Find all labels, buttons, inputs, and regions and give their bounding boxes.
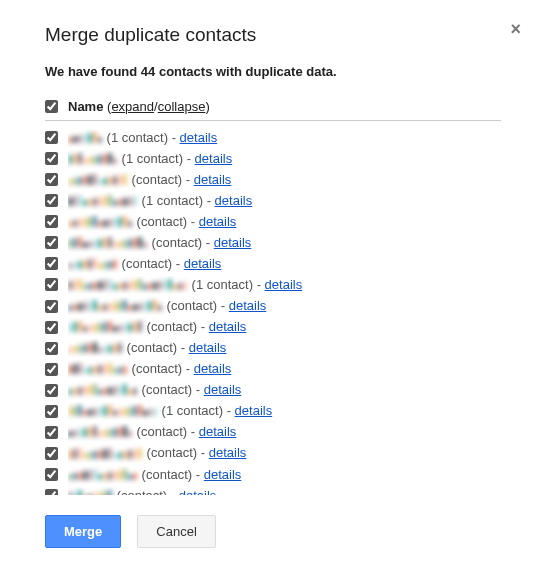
contact-suffix: (1 contact) - [188,277,265,292]
dialog-footer: Merge Cancel [45,511,501,548]
redacted-name [68,172,128,189]
contact-suffix: (contact) - [128,361,194,376]
select-all-checkbox[interactable] [45,100,58,113]
redacted-name [68,298,163,315]
contact-checkbox[interactable] [45,426,58,439]
contact-checkbox[interactable] [45,215,58,228]
details-link[interactable]: details [265,277,303,292]
merge-button[interactable]: Merge [45,515,121,548]
redacted-name [68,340,123,357]
contact-checkbox[interactable] [45,173,58,186]
details-link[interactable]: details [195,151,233,166]
contact-suffix: (contact) - [133,214,199,229]
name-column-label: Name [68,99,103,114]
contact-content: (contact) - details [68,466,497,484]
details-link[interactable]: details [204,467,242,482]
redacted-name [68,361,128,378]
contact-checkbox[interactable] [45,131,58,144]
contact-row: (contact) - details [45,485,497,495]
expand-link[interactable]: expand [111,99,154,114]
contact-content: (contact) - details [68,423,497,441]
contact-suffix: (1 contact) - [138,193,215,208]
contact-content: (contact) - details [68,381,497,399]
contact-checkbox[interactable] [45,257,58,270]
contact-row: (1 contact) - details [45,274,497,295]
contact-suffix: (contact) - [163,298,229,313]
redacted-name [68,403,158,420]
contact-content: (1 contact) - details [68,150,497,168]
details-link[interactable]: details [194,361,232,376]
redacted-name [68,319,143,336]
details-link[interactable]: details [199,424,237,439]
redacted-name [68,193,138,210]
contact-suffix: (contact) - [148,235,214,250]
close-icon[interactable]: × [510,20,521,38]
contact-checkbox[interactable] [45,363,58,376]
contact-content: (1 contact) - details [68,129,497,147]
cancel-button[interactable]: Cancel [137,515,215,548]
contact-suffix: (contact) - [128,172,194,187]
details-link[interactable]: details [180,130,218,145]
contact-row: (contact) - details [45,211,497,232]
contact-content: (contact) - details [68,213,497,231]
details-link[interactable]: details [215,193,253,208]
contact-checkbox[interactable] [45,152,58,165]
contact-row: (contact) - details [45,380,497,401]
collapse-link[interactable]: collapse [158,99,206,114]
contact-suffix: (1 contact) - [103,130,180,145]
details-link[interactable]: details [235,403,273,418]
details-link[interactable]: details [189,340,227,355]
contact-row: (1 contact) - details [45,401,497,422]
list-header: Name (expand/collapse) [45,99,501,121]
redacted-name [68,151,118,168]
details-link[interactable]: details [199,214,237,229]
contacts-list[interactable]: (1 contact) - details (1 contact) - deta… [45,127,501,495]
redacted-name [68,277,188,294]
contact-checkbox[interactable] [45,405,58,418]
contact-suffix: (1 contact) - [158,403,235,418]
redacted-name [68,130,103,147]
contact-row: (contact) - details [45,464,497,485]
contact-suffix: (contact) - [143,319,209,334]
details-link[interactable]: details [204,382,242,397]
redacted-name [68,256,118,273]
contact-checkbox[interactable] [45,194,58,207]
contact-suffix: (contact) - [143,445,209,460]
contact-row: (contact) - details [45,443,497,464]
redacted-name [68,467,138,484]
contact-content: (contact) - details [68,360,497,378]
contact-checkbox[interactable] [45,342,58,355]
contact-checkbox[interactable] [45,468,58,481]
contact-checkbox[interactable] [45,384,58,397]
contact-suffix: (contact) - [113,488,179,495]
merge-duplicates-dialog: × Merge duplicate contacts We have found… [0,0,541,586]
details-link[interactable]: details [209,445,247,460]
details-link[interactable]: details [194,172,232,187]
contact-content: (contact) - details [68,444,497,462]
contact-checkbox[interactable] [45,321,58,334]
contact-content: (1 contact) - details [68,276,497,294]
contact-checkbox[interactable] [45,236,58,249]
contact-suffix: (contact) - [118,256,184,271]
details-link[interactable]: details [214,235,252,250]
contact-content: (contact) - details [68,171,497,189]
contact-content: (contact) - details [68,487,497,495]
details-link[interactable]: details [184,256,222,271]
contact-content: (contact) - details [68,255,497,273]
contact-content: (contact) - details [68,339,497,357]
contact-suffix: (contact) - [138,382,204,397]
contact-checkbox[interactable] [45,278,58,291]
dialog-title: Merge duplicate contacts [45,20,501,46]
contact-checkbox[interactable] [45,300,58,313]
details-link[interactable]: details [209,319,247,334]
contact-checkbox[interactable] [45,489,58,495]
contact-content: (1 contact) - details [68,402,497,420]
details-link[interactable]: details [229,298,267,313]
contact-checkbox[interactable] [45,447,58,460]
details-link[interactable]: details [179,488,217,495]
contact-row: (contact) - details [45,359,497,380]
contact-suffix: (contact) - [123,340,189,355]
dialog-subtitle: We have found 44 contacts with duplicate… [45,64,501,79]
contact-row: (contact) - details [45,169,497,190]
contact-row: (contact) - details [45,296,497,317]
